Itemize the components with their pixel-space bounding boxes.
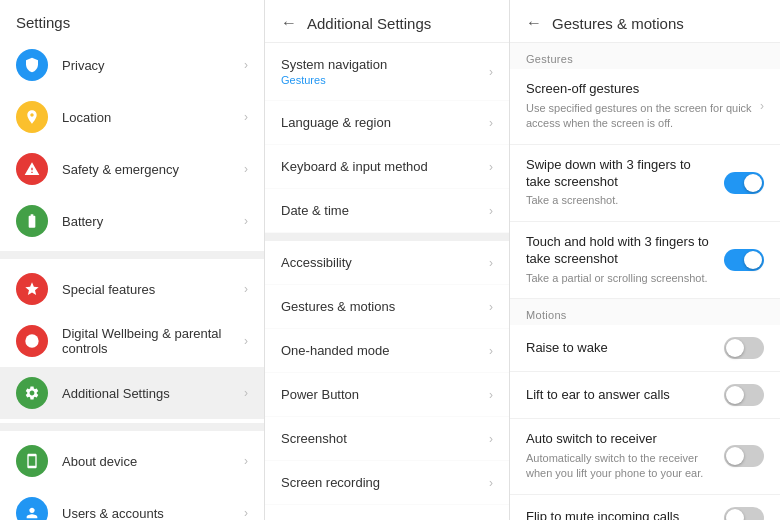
sysnav-content: System navigation Gestures	[281, 57, 489, 86]
lang-chevron: ›	[489, 116, 493, 130]
middle-item-power-btn[interactable]: Power Button ›	[265, 373, 509, 416]
wellbeing-icon	[16, 325, 48, 357]
lift-ear-toggle-knob	[726, 386, 744, 404]
users-label: Users & accounts	[62, 506, 244, 521]
screen-off-title: Screen-off gestures	[526, 81, 752, 98]
motions-section-label: Motions	[510, 299, 780, 325]
sidebar-item-about[interactable]: About device ›	[0, 435, 264, 487]
middle-item-retouch[interactable]: Retouch appearance in video calls ›	[265, 505, 509, 520]
gestures-chevron: ›	[489, 300, 493, 314]
keyboard-chevron: ›	[489, 160, 493, 174]
lift-ear-toggle[interactable]	[724, 384, 764, 406]
sidebar-item-location[interactable]: Location ›	[0, 91, 264, 143]
battery-chevron: ›	[244, 214, 248, 228]
special-chevron: ›	[244, 282, 248, 296]
middle-item-screenrec[interactable]: Screen recording ›	[265, 461, 509, 504]
divider-1	[0, 251, 264, 259]
divider-2	[0, 423, 264, 431]
right-item-lift-ear[interactable]: Lift to ear to answer calls	[510, 372, 780, 419]
accessibility-content: Accessibility	[281, 255, 489, 270]
special-label: Special features	[62, 282, 244, 297]
right-item-auto-switch[interactable]: Auto switch to receiver Automatically sw…	[510, 419, 780, 495]
privacy-chevron: ›	[244, 58, 248, 72]
power-btn-content: Power Button	[281, 387, 489, 402]
power-btn-chevron: ›	[489, 388, 493, 402]
flip-mute-content: Flip to mute incoming calls	[526, 509, 724, 520]
touch-screenshot-toggle[interactable]	[724, 249, 764, 271]
datetime-content: Date & time	[281, 203, 489, 218]
swipe-screenshot-toggle[interactable]	[724, 172, 764, 194]
screen-off-desc: Use specified gestures on the screen for…	[526, 101, 752, 132]
wellbeing-chevron: ›	[244, 334, 248, 348]
gestures-label: Gestures & motions	[281, 299, 489, 314]
flip-mute-toggle[interactable]	[724, 507, 764, 520]
right-panel: ← Gestures & motions Gestures Screen-off…	[510, 0, 780, 520]
screenshot-label: Screenshot	[281, 431, 489, 446]
about-icon	[16, 445, 48, 477]
wellbeing-label: Digital Wellbeing & parental controls	[62, 326, 244, 356]
right-item-flip-mute[interactable]: Flip to mute incoming calls	[510, 495, 780, 520]
privacy-icon	[16, 49, 48, 81]
screenrec-chevron: ›	[489, 476, 493, 490]
location-chevron: ›	[244, 110, 248, 124]
middle-panel-header: ← Additional Settings	[265, 0, 509, 43]
additional-label: Additional Settings	[62, 386, 244, 401]
onehanded-chevron: ›	[489, 344, 493, 358]
middle-item-sysnav[interactable]: System navigation Gestures ›	[265, 43, 509, 100]
sidebar-item-users[interactable]: Users & accounts ›	[0, 487, 264, 520]
middle-item-gestures[interactable]: Gestures & motions ›	[265, 285, 509, 328]
left-panel-title: Settings	[0, 0, 264, 39]
users-icon	[16, 497, 48, 520]
lang-content: Language & region	[281, 115, 489, 130]
accessibility-label: Accessibility	[281, 255, 489, 270]
right-item-swipe-screenshot[interactable]: Swipe down with 3 fingers to take screen…	[510, 145, 780, 222]
power-btn-label: Power Button	[281, 387, 489, 402]
raise-wake-content: Raise to wake	[526, 340, 724, 357]
lift-ear-content: Lift to ear to answer calls	[526, 387, 724, 404]
raise-wake-toggle[interactable]	[724, 337, 764, 359]
location-label: Location	[62, 110, 244, 125]
privacy-label: Privacy	[62, 58, 244, 73]
swipe-screenshot-toggle-knob	[744, 174, 762, 192]
sidebar-item-wellbeing[interactable]: Digital Wellbeing & parental controls ›	[0, 315, 264, 367]
middle-gap	[265, 233, 509, 241]
middle-item-accessibility[interactable]: Accessibility ›	[265, 241, 509, 284]
sidebar-item-additional[interactable]: Additional Settings ›	[0, 367, 264, 419]
swipe-screenshot-title: Swipe down with 3 fingers to take screen…	[526, 157, 716, 191]
svg-point-0	[25, 334, 38, 347]
location-icon	[16, 101, 48, 133]
touch-screenshot-content: Touch and hold with 3 fingers to take sc…	[526, 234, 724, 286]
datetime-label: Date & time	[281, 203, 489, 218]
auto-switch-title: Auto switch to receiver	[526, 431, 716, 448]
middle-item-keyboard[interactable]: Keyboard & input method ›	[265, 145, 509, 188]
additional-chevron: ›	[244, 386, 248, 400]
touch-screenshot-desc: Take a partial or scrolling screenshot.	[526, 271, 716, 286]
right-back-button[interactable]: ←	[526, 14, 542, 32]
sidebar-item-battery[interactable]: Battery ›	[0, 195, 264, 247]
middle-item-datetime[interactable]: Date & time ›	[265, 189, 509, 232]
middle-item-lang[interactable]: Language & region ›	[265, 101, 509, 144]
right-item-screen-off[interactable]: Screen-off gestures Use specified gestur…	[510, 69, 780, 145]
flip-mute-title: Flip to mute incoming calls	[526, 509, 716, 520]
right-panel-header: ← Gestures & motions	[510, 0, 780, 43]
auto-switch-toggle-knob	[726, 447, 744, 465]
battery-label: Battery	[62, 214, 244, 229]
lift-ear-title: Lift to ear to answer calls	[526, 387, 716, 404]
auto-switch-toggle[interactable]	[724, 445, 764, 467]
middle-item-screenshot[interactable]: Screenshot ›	[265, 417, 509, 460]
sidebar-item-privacy[interactable]: Privacy ›	[0, 39, 264, 91]
gestures-section-label: Gestures	[510, 43, 780, 69]
swipe-screenshot-content: Swipe down with 3 fingers to take screen…	[526, 157, 724, 209]
middle-back-button[interactable]: ←	[281, 14, 297, 32]
about-label: About device	[62, 454, 244, 469]
sidebar-item-safety[interactable]: Safety & emergency ›	[0, 143, 264, 195]
sidebar-item-special[interactable]: Special features ›	[0, 263, 264, 315]
sysnav-chevron: ›	[489, 65, 493, 79]
right-item-touch-screenshot[interactable]: Touch and hold with 3 fingers to take sc…	[510, 222, 780, 299]
about-chevron: ›	[244, 454, 248, 468]
right-item-raise-wake[interactable]: Raise to wake	[510, 325, 780, 372]
left-panel: Settings Privacy › Location › Safety & e…	[0, 0, 265, 520]
middle-item-onehanded[interactable]: One-handed mode ›	[265, 329, 509, 372]
safety-chevron: ›	[244, 162, 248, 176]
right-panel-title: Gestures & motions	[552, 15, 684, 32]
